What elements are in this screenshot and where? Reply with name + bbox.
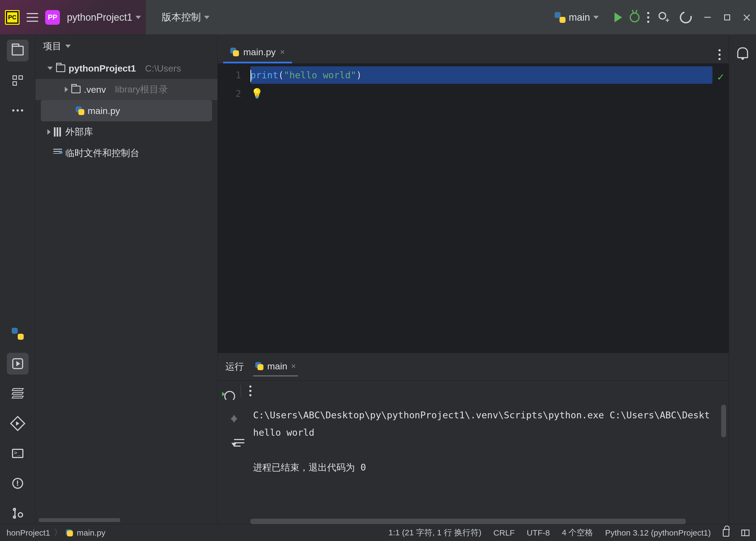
- run-config-label: main: [569, 12, 590, 23]
- packages-tool-button[interactable]: [7, 383, 29, 404]
- intention-bulb-icon[interactable]: 💡: [251, 88, 263, 99]
- tree-root[interactable]: pythonProject1 C:\Users: [35, 58, 217, 79]
- scratch-icon: [53, 149, 62, 158]
- close-run-tab[interactable]: ×: [291, 361, 296, 371]
- run-gutter: [218, 401, 250, 524]
- crumb-file: main.py: [77, 528, 105, 537]
- scroll-up-button[interactable]: [231, 406, 237, 415]
- chevron-right-icon: [65, 87, 68, 92]
- project-panel-header[interactable]: 项目: [35, 35, 217, 58]
- run-more-button[interactable]: [249, 385, 251, 396]
- external-label: 外部库: [65, 126, 93, 138]
- tree-venv[interactable]: .venv library根目录: [35, 79, 217, 100]
- console-exit-line: 进程已结束，退出代码为 0: [253, 462, 366, 473]
- code-editor[interactable]: 1 2 print("hello world") 💡 ✓: [218, 64, 729, 353]
- window-minimize-button[interactable]: [704, 14, 711, 21]
- code-line-2: 💡: [250, 84, 729, 103]
- updates-button[interactable]: [680, 11, 692, 23]
- chevron-down-icon: [136, 16, 141, 19]
- project-panel-title: 项目: [43, 40, 62, 53]
- run-panel-tabs: 运行 main ×: [218, 353, 729, 380]
- venv-name: .venv: [84, 84, 106, 95]
- editor-area: main.py × 1 2 print("hello world") 💡 ✓: [218, 35, 729, 353]
- scroll-down-button[interactable]: [231, 423, 237, 431]
- python-icon: [555, 12, 566, 23]
- git-tool-button[interactable]: [7, 502, 29, 524]
- run-tab-label: main: [267, 361, 287, 371]
- terminal-tool-button[interactable]: [7, 442, 29, 464]
- vertical-scrollbar[interactable]: [721, 405, 726, 437]
- inspection-ok-icon[interactable]: ✓: [717, 67, 724, 86]
- vertical-dots-icon: [647, 12, 649, 23]
- scroll-to-end-button[interactable]: [231, 447, 237, 455]
- caret-position[interactable]: 1:1 (21 字符, 1 行 换行符): [388, 527, 481, 538]
- python-console-button[interactable]: [7, 323, 29, 344]
- file-encoding[interactable]: UTF-8: [527, 528, 550, 537]
- more-actions-button[interactable]: [647, 12, 649, 23]
- code-content[interactable]: print("hello world") 💡 ✓: [250, 64, 729, 353]
- chevron-down-icon: [65, 45, 71, 48]
- vertical-dots-icon: [249, 385, 251, 396]
- hexagon-play-icon: [10, 416, 25, 431]
- main-menu-icon[interactable]: [27, 13, 38, 22]
- play-outline-icon: [12, 358, 23, 369]
- root-name: pythonProject1: [69, 63, 136, 74]
- editor-tab-main[interactable]: main.py ×: [223, 42, 292, 63]
- window-close-button[interactable]: [743, 14, 751, 21]
- vertical-dots-icon: [718, 49, 721, 60]
- layout-icon[interactable]: [741, 530, 749, 536]
- warning-icon: !: [12, 478, 23, 489]
- horizontal-scrollbar[interactable]: [250, 519, 686, 524]
- run-button[interactable]: [614, 13, 622, 22]
- notifications-button[interactable]: [732, 42, 754, 64]
- refresh-ring-icon: [678, 9, 694, 25]
- line-separator[interactable]: CRLF: [493, 528, 515, 537]
- run-console[interactable]: C:\Users\ABC\Desktop\py\pythonProject1\.…: [250, 401, 729, 524]
- bell-icon: [737, 47, 748, 58]
- crumb-project: honProject1: [7, 528, 50, 537]
- line-number: 1: [218, 66, 241, 84]
- breadcrumb[interactable]: honProject1 〉 main.py: [7, 527, 105, 538]
- more-tools-button[interactable]: [7, 100, 29, 121]
- venv-hint: library根目录: [115, 83, 168, 96]
- console-line: hello world: [253, 427, 314, 438]
- chevron-right-icon: 〉: [54, 527, 62, 538]
- project-selector[interactable]: pythonProject1: [67, 12, 141, 23]
- project-tool-button[interactable]: [7, 40, 29, 62]
- folder-icon: [71, 86, 81, 93]
- python-icon: [12, 328, 24, 340]
- run-tab-main[interactable]: main ×: [253, 357, 298, 376]
- chevron-down-icon: [47, 67, 53, 70]
- readonly-lock-icon[interactable]: [723, 529, 729, 537]
- tab-label: main.py: [243, 47, 276, 57]
- tree-scratches[interactable]: 临时文件和控制台: [35, 143, 217, 164]
- editor-tab-menu[interactable]: [718, 49, 729, 63]
- interpreter[interactable]: Python 3.12 (pythonProject1): [605, 528, 711, 537]
- services-tool-button[interactable]: [7, 413, 29, 434]
- toolbar-divider: [241, 385, 241, 397]
- person-plus-icon: [657, 12, 668, 23]
- titlebar: PC PP pythonProject1 版本控制 main: [0, 0, 756, 35]
- code-with-me-button[interactable]: [657, 12, 668, 23]
- scratches-label: 临时文件和控制台: [65, 147, 139, 159]
- indent-setting[interactable]: 4 个空格: [562, 527, 593, 538]
- window-maximize-button[interactable]: [723, 14, 731, 21]
- horizontal-scrollbar[interactable]: [39, 518, 120, 522]
- arrow-down-icon: [231, 418, 237, 431]
- vcs-menu[interactable]: 版本控制: [162, 11, 210, 24]
- file-name: main.py: [88, 106, 120, 116]
- tree-file-main[interactable]: main.py: [41, 100, 212, 121]
- project-name-label: pythonProject1: [67, 12, 132, 23]
- line-gutter: 1 2: [218, 64, 250, 353]
- problems-tool-button[interactable]: !: [7, 472, 29, 494]
- horizontal-dots-icon: [12, 109, 23, 112]
- structure-tool-button[interactable]: [7, 70, 29, 91]
- project-badge[interactable]: PP: [45, 10, 60, 25]
- tree-external-libs[interactable]: 外部库: [35, 121, 217, 143]
- debug-button[interactable]: [630, 13, 640, 22]
- python-icon: [230, 48, 239, 56]
- close-tab-button[interactable]: ×: [280, 47, 285, 57]
- right-tool-rail: [729, 35, 756, 524]
- run-tool-button[interactable]: [7, 353, 29, 374]
- run-config-selector[interactable]: main: [555, 12, 599, 23]
